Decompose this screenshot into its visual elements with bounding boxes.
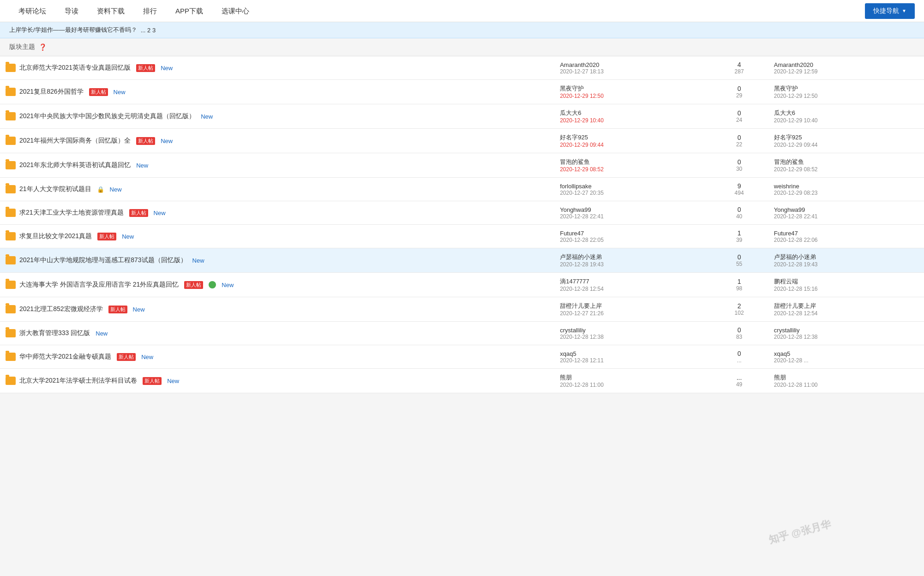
badge-new: New (201, 113, 213, 120)
reply-cell: 0 29 (710, 80, 768, 104)
topic-title[interactable]: 2021北理工852宏微观经济学 (19, 305, 103, 313)
topic-title[interactable]: 华中师范大学2021金融专硕真题 (19, 353, 111, 361)
author-name[interactable]: 好名字925 (560, 133, 704, 142)
topic-title[interactable]: 求复旦比较文学2021真题 (19, 232, 92, 240)
table-row: 21年人大文学院初试题目 🔒New forlollipsake 2020-12-… (0, 178, 924, 201)
badge-new-user: 新人帖 (136, 64, 155, 72)
view-count: 30 (715, 166, 762, 172)
badge-new-user: 新人帖 (108, 306, 127, 313)
author-name[interactable]: Future47 (560, 230, 704, 237)
quick-nav-button[interactable]: 快捷导航 ▼ (865, 3, 915, 19)
author-name[interactable]: 卢瑟福的小迷弟 (560, 253, 704, 261)
reply-cell: 0 ... (710, 345, 768, 369)
author-name[interactable]: xqaq5 (560, 350, 704, 357)
topic-title[interactable]: 求21天津工业大学土地资源管理真题 (19, 209, 124, 217)
last-reply-time: 2020-12-29 08:52 (774, 166, 918, 173)
author-cell: 好名字925 2020-12-29 09:44 (554, 129, 710, 153)
author-time: 2020-12-27 20:35 (560, 190, 704, 196)
last-reply-time: 2020-12-29 09:44 (774, 142, 918, 148)
author-name[interactable]: 瓜大大6 (560, 109, 704, 117)
topic-title[interactable]: 2021年东北师大学科英语初试真题回忆 (19, 161, 131, 169)
reply-count: 0 (715, 350, 762, 357)
author-name[interactable]: Yonghwa99 (560, 206, 704, 213)
table-row: 2021年福州大学国际商务（回忆版）全 新人帖New 好名字925 2020-1… (0, 129, 924, 153)
folder-icon (6, 305, 16, 313)
reply-count: 0 (715, 206, 762, 213)
reply-count: 0 (715, 253, 762, 261)
author-cell: crystalliliy 2020-12-28 12:38 (554, 322, 710, 345)
last-user-name[interactable]: 甜橙汁儿要上岸 (774, 302, 918, 310)
author-name[interactable]: 熊朋 (560, 373, 704, 382)
author-name[interactable]: 黑夜守护 (560, 84, 704, 93)
topic-title[interactable]: 大连海事大学 外国语言学及应用语言学 21外应真题回忆 (19, 281, 179, 289)
view-count: 83 (715, 334, 762, 340)
author-time: 2020-12-29 12:50 (560, 93, 704, 99)
folder-icon (6, 353, 16, 361)
topic-title[interactable]: 21年人大文学院初试题目 (19, 185, 91, 193)
last-user-name[interactable]: 鹏程云端 (774, 277, 918, 286)
folder-icon (6, 88, 16, 96)
last-reply-cell: 好名字925 2020-12-29 09:44 (768, 129, 924, 153)
last-user-name[interactable]: xqaq5 (774, 350, 918, 357)
table-row: 华中师范大学2021金融专硕真题 新人帖New xqaq5 2020-12-28… (0, 345, 924, 369)
view-count: 39 (715, 237, 762, 243)
nav-bar: 考研论坛 导读 资料下载 排行 APP下载 选课中心 快捷导航 ▼ (0, 0, 924, 22)
nav-item-resources[interactable]: 资料下载 (88, 0, 134, 22)
author-name[interactable]: 甜橙汁儿要上岸 (560, 302, 704, 310)
view-count: 55 (715, 261, 762, 267)
last-user-name[interactable]: Yonghwa99 (774, 206, 918, 213)
view-count: 287 (715, 68, 762, 75)
nav-item-ranking[interactable]: 排行 (134, 0, 166, 22)
topic-cell: 2021年福州大学国际商务（回忆版）全 新人帖New (0, 129, 554, 153)
nav-item-guide[interactable]: 导读 (55, 0, 88, 22)
author-cell: Amaranth2020 2020-12-27 18:13 (554, 56, 710, 80)
table-row: 2021年中山大学地规院地理与遥感工程873试题（回忆版） New 卢瑟福的小迷… (0, 248, 924, 273)
last-user-name[interactable]: Future47 (774, 230, 918, 237)
topic-title[interactable]: 浙大教育管理333 回忆版 (19, 329, 90, 337)
author-name[interactable]: 冒泡的鲨鱼 (560, 158, 704, 166)
last-reply-time: 2020-12-28 19:43 (774, 261, 918, 268)
last-reply-time: 2020-12-28 12:54 (774, 310, 918, 317)
author-cell: 滴1477777 2020-12-28 12:54 (554, 273, 710, 297)
topic-title[interactable]: 2021年中山大学地规院地理与遥感工程873试题（回忆版） (19, 256, 187, 264)
table-row: 求复旦比较文学2021真题 新人帖New Future47 2020-12-28… (0, 225, 924, 248)
reply-cell: 0 24 (710, 104, 768, 129)
nav-item-forum[interactable]: 考研论坛 (9, 0, 55, 22)
badge-new: New (136, 162, 148, 169)
author-cell: xqaq5 2020-12-28 12:11 (554, 345, 710, 369)
last-user-name[interactable]: 熊朋 (774, 373, 918, 382)
author-name[interactable]: crystalliliy (560, 327, 704, 334)
last-user-name[interactable]: 好名字925 (774, 133, 918, 142)
author-name[interactable]: 滴1477777 (560, 277, 704, 286)
reply-count: 0 (715, 85, 762, 92)
last-user-name[interactable]: crystalliliy (774, 327, 918, 334)
reply-cell: 1 98 (710, 273, 768, 297)
reply-cell: 0 55 (710, 248, 768, 273)
reply-cell: 0 30 (710, 153, 768, 178)
reply-cell: ... 49 (710, 369, 768, 393)
last-user-name[interactable]: 冒泡的鲨鱼 (774, 158, 918, 166)
last-user-name[interactable]: 瓜大大6 (774, 109, 918, 117)
topic-cell: 浙大教育管理333 回忆版 New (0, 322, 554, 345)
badge-new: New (167, 378, 179, 384)
author-cell: forlollipsake 2020-12-27 20:35 (554, 178, 710, 201)
last-reply-time: 2020-12-28 12:38 (774, 334, 918, 340)
topic-title[interactable]: 北京大学2021年法学硕士刑法学科目试卷 (19, 377, 137, 385)
last-user-name[interactable]: weishrine (774, 183, 918, 190)
nav-item-course[interactable]: 选课中心 (212, 0, 258, 22)
nav-item-app[interactable]: APP下载 (166, 0, 212, 22)
author-time: 2020-12-28 12:38 (560, 334, 704, 340)
last-user-name[interactable]: 黑夜守护 (774, 84, 918, 93)
topic-title[interactable]: 2021年中央民族大学中国少数民族史元明清史真题（回忆版） (19, 112, 195, 120)
table-row: 2021北理工852宏微观经济学 新人帖New 甜橙汁儿要上岸 2020-12-… (0, 297, 924, 322)
author-name[interactable]: Amaranth2020 (560, 61, 704, 68)
last-user-name[interactable]: Amaranth2020 (774, 61, 918, 68)
author-name[interactable]: forlollipsake (560, 183, 704, 190)
last-user-name[interactable]: 卢瑟福的小迷弟 (774, 253, 918, 261)
topic-title[interactable]: 北京师范大学2021英语专业真题回忆版 (19, 64, 131, 72)
last-reply-time: 2020-12-29 08:23 (774, 190, 918, 196)
author-cell: 卢瑟福的小迷弟 2020-12-28 19:43 (554, 248, 710, 273)
topic-title[interactable]: 2021年福州大学国际商务（回忆版）全 (19, 137, 131, 145)
reply-count: ... (715, 374, 762, 381)
topic-title[interactable]: 2021复旦826外国哲学 (19, 88, 84, 96)
